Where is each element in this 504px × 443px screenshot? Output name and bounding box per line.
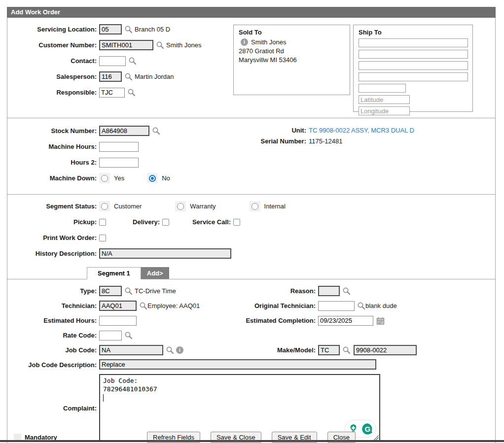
segment-status-internal-radio[interactable] [250,201,260,211]
original-technician-lookup-icon[interactable] [357,302,365,310]
rate-code-lookup-icon[interactable] [124,331,133,340]
contact-row: Contact: [7,55,233,67]
technician-lookup-icon[interactable] [139,302,147,310]
reason-input[interactable] [318,286,340,296]
customer-info-icon[interactable]: i [241,38,248,46]
type-input[interactable] [99,286,122,296]
ship-to-zip-input[interactable] [359,84,406,93]
machine-down-yes-radio[interactable] [99,173,110,183]
ship-to-latitude-input[interactable] [359,95,410,104]
job-code-input[interactable] [99,345,163,355]
segment-status-internal-label: Internal [264,203,286,210]
ship-to-line2-input[interactable] [359,50,468,59]
pickup-label: Pickup: [7,218,99,226]
machine-down-no-label: No [162,174,170,182]
serial-number-value: 1175-12481 [309,137,342,145]
ship-to-title: Ship To [359,29,468,36]
stock-number-lookup-icon[interactable] [152,127,160,135]
add-work-order-window: Add Work Order Servicing Location: Branc… [7,7,496,443]
tab-segment-1[interactable]: Segment 1 [87,267,141,279]
reason-lookup-icon[interactable] [342,287,351,295]
machine-down-yes-label: Yes [114,174,124,182]
original-technician-input[interactable] [318,301,355,311]
sold-to-address1: 2870 Gratiot Rd [239,47,345,55]
tab-add-segment[interactable]: Add> [141,267,169,279]
customer-number-lookup-icon[interactable] [156,41,164,49]
pickup-delivery-row: Pickup: Delivery: Service Call: [7,216,495,228]
ship-to-line4-input[interactable] [359,72,468,81]
type-label: Type: [7,287,99,295]
technician-input[interactable] [99,301,137,311]
print-work-order-label: Print Work Order: [7,234,99,241]
job-code-lookup-icon[interactable] [166,346,174,354]
rate-code-input[interactable] [99,331,122,341]
make-input[interactable] [318,345,340,355]
segment-status-customer-label: Customer [114,203,142,210]
job-code-row: Job Code: i [7,344,239,356]
contact-input[interactable] [99,56,126,66]
job-code-label: Job Code: [7,346,99,354]
make-model-lookup-icon[interactable] [342,346,351,354]
job-code-description-input[interactable] [99,359,376,370]
delivery-checkbox[interactable] [162,219,169,226]
responsible-label: Responsible: [7,89,99,96]
job-code-info-icon[interactable]: i [176,346,183,354]
complaint-label: Complaint: [7,405,99,412]
ship-to-box: Ship To [353,25,473,112]
model-input[interactable] [354,345,417,355]
servicing-location-input[interactable] [99,24,122,34]
ship-to-longitude-input[interactable] [359,106,410,115]
segment-status-section: Segment Status: Customer Warranty Intern… [7,194,495,279]
ship-to-line3-input[interactable] [359,61,468,70]
segment-detail-section: Type: TC-Drive Time Reason: Technician: … [7,279,495,443]
unit-value[interactable]: TC 9908-0022 ASSY, MCR3 DUAL D [309,127,414,134]
servicing-location-lookup-icon[interactable] [124,25,133,34]
complaint-textarea[interactable]: Job Code: 78296481010367 [99,374,380,441]
delivery-label: Delivery: [106,218,162,226]
contact-label: Contact: [7,57,99,65]
estimated-hours-row: Estimated Hours: [7,315,239,326]
calendar-icon[interactable] [376,317,385,325]
servicing-location-row: Servicing Location: Branch 05 D [7,24,233,35]
responsible-input[interactable] [99,88,125,98]
estimated-completion-row: Estimated Completion: [239,315,495,326]
contact-lookup-icon[interactable] [128,57,137,65]
segment-status-warranty-radio[interactable] [175,201,186,211]
sold-to-title: Sold To [239,29,345,36]
salesperson-input[interactable] [99,71,122,82]
servicing-location-desc: Branch 05 D [135,26,170,33]
estimated-completion-input[interactable] [318,316,373,326]
hours2-input[interactable] [99,158,139,168]
machine-down-label: Machine Down: [7,174,99,182]
history-description-input[interactable] [99,248,231,259]
customer-number-desc: Smith Jones [166,41,202,49]
machine-hours-input[interactable] [99,142,139,152]
service-call-checkbox[interactable] [233,219,240,226]
reason-row: Reason: [239,285,495,297]
customer-section: Servicing Location: Branch 05 D Customer… [7,18,495,118]
segment-status-warranty-label: Warranty [190,203,216,210]
print-work-order-checkbox[interactable] [99,235,106,241]
segment-status-label: Segment Status: [7,203,99,210]
stock-number-input[interactable] [99,126,149,136]
ship-to-line1-input[interactable] [359,38,468,47]
job-code-description-label: Job Code Description: [7,361,99,369]
machine-hours-row: Machine Hours: [7,141,239,152]
print-work-order-row: Print Work Order: [7,232,495,243]
type-desc: TC-Drive Time [135,287,176,295]
pickup-checkbox[interactable] [99,219,106,226]
sold-to-box: Sold To i Smith Jones 2870 Gratiot Rd Ma… [233,25,350,95]
type-lookup-icon[interactable] [124,287,133,295]
make-model-row: Make/Model: [239,344,495,356]
machine-down-no-radio[interactable] [147,173,158,183]
customer-number-input[interactable] [99,40,153,50]
machine-section: Stock Number: Machine Hours: Hours 2: Ma… [7,118,495,194]
salesperson-desc: Martin Jordan [135,73,174,80]
customer-number-row: Customer Number: Smith Jones [7,39,233,51]
original-technician-label: Original Technician: [239,302,318,309]
estimated-hours-input[interactable] [99,316,137,326]
salesperson-row: Salesperson: Martin Jordan [7,71,233,82]
salesperson-lookup-icon[interactable] [124,72,133,81]
responsible-lookup-icon[interactable] [127,88,136,97]
segment-status-customer-radio[interactable] [99,201,110,211]
